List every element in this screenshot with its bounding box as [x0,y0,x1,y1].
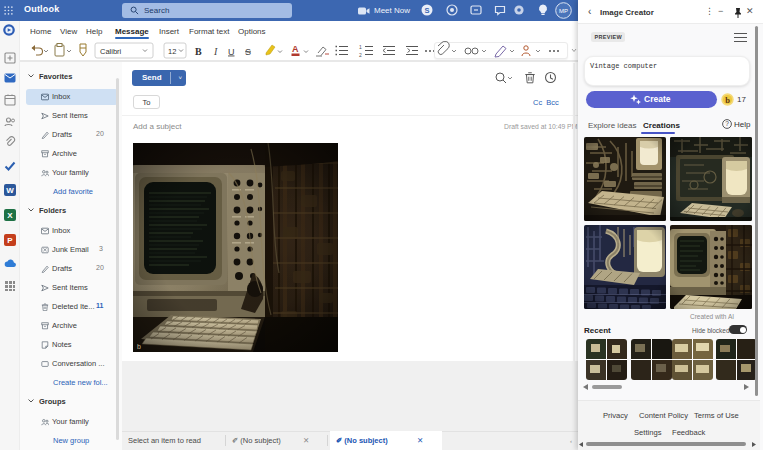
svg-text:S: S [245,47,251,57]
svg-text:S: S [424,6,429,15]
svg-text:?: ? [725,120,729,127]
svg-text:I: I [213,46,218,57]
svg-text:X: X [7,211,13,220]
svg-text:1: 1 [359,44,362,50]
svg-text:b: b [137,343,141,350]
svg-text:b: b [725,95,730,105]
svg-text:12: 12 [168,47,176,56]
svg-text:2: 2 [359,52,362,58]
svg-text:MP: MP [559,8,568,14]
svg-text:U: U [228,47,235,57]
svg-text:Calibri: Calibri [100,47,122,56]
svg-text:P: P [7,236,13,245]
svg-text:A: A [292,44,299,54]
svg-text:W: W [6,186,14,195]
svg-text:B: B [195,46,202,57]
